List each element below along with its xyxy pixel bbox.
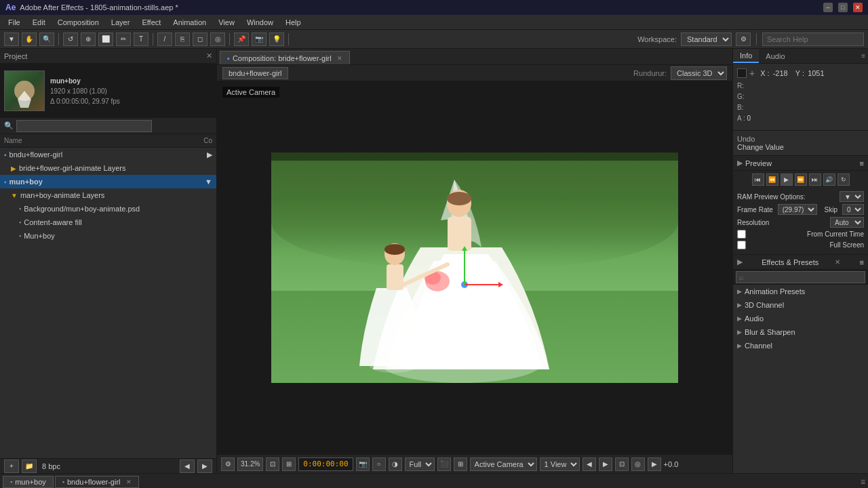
tool-camera[interactable]: 📷 (252, 33, 267, 46)
tool-eraser[interactable]: ◻ (193, 33, 208, 46)
ram-preview-select[interactable]: ▼ (840, 191, 864, 202)
go-first-frame-btn[interactable]: ⏮ (752, 174, 764, 186)
resolution-select[interactable]: Auto (830, 217, 864, 228)
tool-mask[interactable]: ⬜ (98, 33, 113, 46)
new-item-btn[interactable]: + (4, 460, 19, 473)
tool-roto[interactable]: ◎ (210, 33, 225, 46)
grid-btn[interactable]: ⊞ (282, 458, 296, 471)
search-help-input[interactable] (762, 33, 864, 46)
tool-pen[interactable]: ✏ (116, 33, 131, 46)
timeline-panel-menu[interactable]: ≡ (861, 477, 865, 487)
menu-animation[interactable]: Animation (167, 17, 212, 28)
list-item[interactable]: ▶ bride+flower-girl-animate Layers (0, 161, 216, 175)
menu-file[interactable]: File (3, 17, 26, 28)
timeline-tab-close[interactable]: ✕ (126, 479, 132, 485)
menu-effect[interactable]: Effect (136, 17, 166, 28)
workspace-select[interactable]: Standard (681, 33, 732, 46)
tool-brush[interactable]: / (157, 33, 172, 46)
tool-text[interactable]: T (134, 33, 149, 46)
transparency-btn[interactable]: ⬛ (437, 458, 451, 471)
play-pause-btn[interactable]: ▶ (781, 174, 793, 186)
tool-light[interactable]: 💡 (269, 33, 284, 46)
effect-channel[interactable]: ▶ Channel (733, 339, 868, 352)
current-time-display[interactable]: 0:00:00:00 (298, 458, 353, 471)
close-button[interactable]: ✕ (853, 3, 863, 12)
zoom-level[interactable]: 31.2% (237, 458, 263, 471)
project-search-input[interactable] (16, 120, 152, 132)
renderer-select[interactable]: Classic 3D (671, 66, 727, 80)
workspace-options[interactable]: ⚙ (736, 33, 751, 46)
tool-pin[interactable]: 📌 (234, 33, 249, 46)
project-close[interactable]: ✕ (206, 52, 212, 60)
effects-menu[interactable]: ≡ (860, 258, 864, 266)
info-audio-tab-bar: Info Audio ≡ (733, 49, 868, 64)
menu-view[interactable]: View (213, 17, 240, 28)
tool-rotate[interactable]: ↺ (63, 33, 78, 46)
tool-zoom-toolbar[interactable]: 🔍 (39, 33, 54, 46)
menu-composition[interactable]: Composition (52, 17, 104, 28)
fast-preview-btn[interactable]: ▶ (648, 458, 661, 471)
fit-btn[interactable]: ⊡ (266, 458, 279, 471)
next-view-btn[interactable]: ▶ (599, 458, 612, 471)
go-prev-frame-btn[interactable]: ⏪ (766, 174, 778, 186)
list-item[interactable]: ▪ Background/mun+boy-animate.psd (0, 202, 216, 216)
preview-expand[interactable]: ▶ (737, 159, 743, 167)
camera-view-select[interactable]: Active Camera (470, 458, 537, 471)
expand-btn[interactable]: ▼ (205, 178, 212, 186)
list-item[interactable]: ▪ Content-aware fill (0, 216, 216, 229)
menu-layer[interactable]: Layer (106, 17, 136, 28)
go-last-frame-btn[interactable]: ⏭ (809, 174, 821, 186)
tool-hand[interactable]: ✋ (22, 33, 37, 46)
tool-pan[interactable]: ⊕ (81, 33, 96, 46)
tab-audio[interactable]: Audio (759, 49, 791, 63)
effect-animation-presets[interactable]: ▶ Animation Presets (733, 285, 868, 298)
list-item[interactable]: ▼ man+boy-animate Layers (0, 188, 216, 202)
loop-btn[interactable]: ↻ (837, 174, 850, 186)
minimize-button[interactable]: – (823, 3, 833, 12)
expand-btn[interactable]: ▶ (207, 150, 212, 159)
motion-blur-btn[interactable]: ◎ (631, 458, 645, 471)
menu-edit[interactable]: Edit (27, 17, 51, 28)
effects-expand[interactable]: ▶ (737, 258, 743, 266)
effect-blur-sharpen[interactable]: ▶ Blur & Sharpen (733, 325, 868, 339)
frame-rate-select[interactable]: (29.97) (778, 204, 817, 215)
go-next-frame-btn[interactable]: ⏩ (795, 174, 807, 186)
tab-info[interactable]: Info (733, 49, 759, 63)
comp-tab-close[interactable]: ✕ (337, 55, 342, 62)
timeline-tab-bndu[interactable]: ▪ bndu+flower-girl ✕ (55, 476, 139, 488)
viewer-settings-btn[interactable]: ⚙ (221, 458, 235, 471)
panel-menu-btn[interactable]: ≡ (861, 52, 865, 60)
effect-3d-channel[interactable]: ▶ 3D Channel (733, 298, 868, 312)
svg-point-3 (447, 192, 471, 205)
viewer-tab[interactable]: bndu+flower-girl (222, 67, 288, 79)
fullscreen-checkbox[interactable] (737, 241, 746, 249)
pixel-view-btn[interactable]: ⊞ (454, 458, 467, 471)
from-current-checkbox[interactable] (737, 230, 746, 239)
view-layout-select[interactable]: 1 View (540, 458, 580, 471)
new-folder-btn[interactable]: 📁 (22, 460, 37, 473)
effects-close[interactable]: ✕ (835, 258, 840, 266)
comp-tab-main[interactable]: ▪ Composition: bride+flower-girl ✕ (220, 51, 350, 64)
audio-btn[interactable]: 🔊 (823, 174, 835, 186)
timeline-tab-mun-boy[interactable]: ▪ mun+boy (3, 476, 54, 488)
flow-btn[interactable]: ◀ (180, 460, 195, 473)
effect-audio[interactable]: ▶ Audio (733, 312, 868, 325)
flow-btn2[interactable]: ▶ (197, 460, 212, 473)
show-alpha-btn[interactable]: ◑ (389, 458, 402, 471)
prev-view-btn[interactable]: ◀ (583, 458, 596, 471)
effects-search-input[interactable] (736, 271, 865, 283)
list-item[interactable]: ▪ bndu+flower-girl ▶ (0, 148, 216, 161)
snapshot-btn[interactable]: 📷 (356, 458, 370, 471)
skip-select[interactable]: 0 (842, 204, 864, 215)
tool-clone[interactable]: ⎘ (175, 33, 190, 46)
preview-menu[interactable]: ≡ (860, 159, 864, 167)
tool-select[interactable]: ▼ (4, 33, 19, 46)
quality-select[interactable]: Full (405, 458, 435, 471)
show-channel-btn[interactable]: ○ (372, 458, 386, 471)
comp-options-btn[interactable]: ⊡ (615, 458, 629, 471)
menu-window[interactable]: Window (241, 17, 279, 28)
maximize-button[interactable]: □ (838, 3, 848, 12)
list-item[interactable]: ▪ Mun+boy (0, 229, 216, 243)
menu-help[interactable]: Help (280, 17, 307, 28)
list-item-selected[interactable]: ▪ mun+boy ▼ (0, 175, 216, 188)
